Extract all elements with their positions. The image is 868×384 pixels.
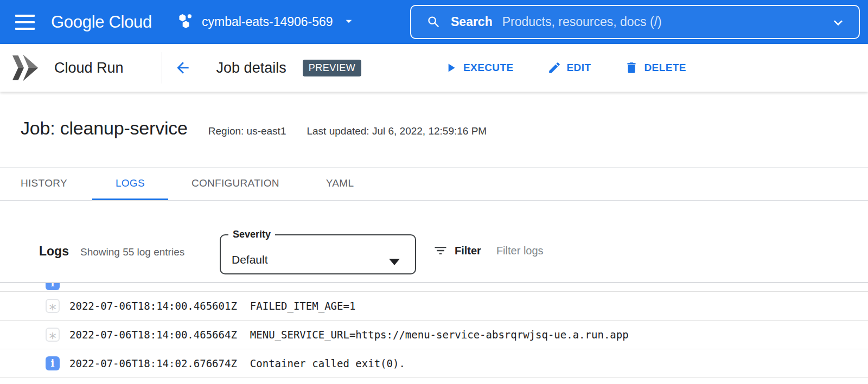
default-severity-icon: * xyxy=(46,299,60,313)
tab-logs[interactable]: LOGS xyxy=(92,168,168,200)
log-table: i * 2022-07-06T18:14:00.465601Z FAILED_I… xyxy=(0,282,868,378)
header-actions: EXECUTE EDIT DELETE xyxy=(444,44,686,92)
preview-badge: PREVIEW xyxy=(303,60,362,76)
info-severity-icon: i xyxy=(46,283,60,290)
log-row[interactable]: * 2022-07-06T18:14:00.465664Z MENU_SERVI… xyxy=(0,321,868,349)
default-severity-icon: * xyxy=(46,328,60,342)
log-message: Container called exit(0). xyxy=(250,357,405,369)
tab-configuration[interactable]: CONFIGURATION xyxy=(168,168,303,200)
play-icon xyxy=(444,61,458,75)
log-row-clipped[interactable]: i xyxy=(0,283,868,292)
cloud-console-page: Google Cloud cymbal-eats-14906-569 Searc… xyxy=(0,0,868,384)
info-severity-icon: i xyxy=(46,356,60,370)
filter-label: Filter xyxy=(455,245,481,257)
project-switcher[interactable]: cymbal-eats-14906-569 xyxy=(177,12,356,33)
tab-history[interactable]: HISTORY xyxy=(0,168,92,200)
app-header-bar: Cloud Run Job details PREVIEW EXECUTE ED… xyxy=(0,44,868,92)
vertical-divider xyxy=(162,52,162,84)
job-last-updated: Last updated: Jul 6, 2022, 12:59:16 PM xyxy=(307,125,487,137)
search-bar[interactable]: Search Products, resources, docs (/) xyxy=(410,5,860,39)
tab-yaml[interactable]: YAML xyxy=(303,168,378,200)
log-timestamp: 2022-07-06T18:14:00.465664Z xyxy=(69,329,237,341)
project-dropdown-arrow-icon xyxy=(342,14,356,30)
log-timestamp: 2022-07-06T18:14:00.465601Z xyxy=(69,300,237,312)
search-expand-chevron-icon[interactable] xyxy=(829,14,847,34)
log-timestamp: 2022-07-06T18:14:02.676674Z xyxy=(69,357,237,369)
execute-button[interactable]: EXECUTE xyxy=(444,61,514,75)
trash-icon xyxy=(624,61,639,75)
delete-button[interactable]: DELETE xyxy=(624,61,686,75)
severity-selected-value: Default xyxy=(232,253,268,266)
severity-label: Severity xyxy=(228,229,275,240)
pencil-icon xyxy=(547,61,561,75)
search-placeholder: Products, resources, docs (/) xyxy=(502,15,662,29)
tab-bar: HISTORY LOGS CONFIGURATION YAML xyxy=(0,168,868,201)
job-title: Job: cleanup-service xyxy=(21,118,188,139)
logs-heading: Logs xyxy=(39,244,69,259)
log-message: FAILED_ITEM_AGE=1 xyxy=(250,300,355,312)
filter-icon xyxy=(433,243,448,258)
top-navigation-bar: Google Cloud cymbal-eats-14906-569 Searc… xyxy=(0,0,868,44)
cloud-run-logo-icon xyxy=(9,52,39,84)
job-header-section: Job: cleanup-service Region: us-east1 La… xyxy=(0,92,868,167)
google-cloud-logo: Google Cloud xyxy=(51,12,152,32)
log-row[interactable]: * 2022-07-06T18:14:00.465601Z FAILED_ITE… xyxy=(0,292,868,321)
back-arrow-icon[interactable] xyxy=(174,59,192,76)
search-label: Search xyxy=(451,15,493,29)
project-name: cymbal-eats-14906-569 xyxy=(202,15,333,29)
hamburger-menu-icon[interactable] xyxy=(15,15,35,30)
logs-entries-summary: Showing 55 log entries xyxy=(80,246,184,258)
log-message: MENU_SERVICE_URL=https://menu-service-ab… xyxy=(250,329,629,341)
filter-group: Filter xyxy=(433,243,659,258)
severity-dropdown-arrow-icon xyxy=(389,259,400,265)
logs-controls: Logs Showing 55 log entries Severity Def… xyxy=(0,228,868,281)
edit-button[interactable]: EDIT xyxy=(547,61,591,75)
page-title: Job details xyxy=(216,60,286,76)
project-icon xyxy=(177,12,194,33)
severity-dropdown[interactable]: Severity Default xyxy=(220,229,416,274)
product-name[interactable]: Cloud Run xyxy=(54,60,124,76)
filter-logs-input[interactable] xyxy=(496,245,659,257)
search-icon xyxy=(426,15,441,29)
log-row[interactable]: i 2022-07-06T18:14:02.676674Z Container … xyxy=(0,349,868,378)
job-region: Region: us-east1 xyxy=(208,125,286,137)
